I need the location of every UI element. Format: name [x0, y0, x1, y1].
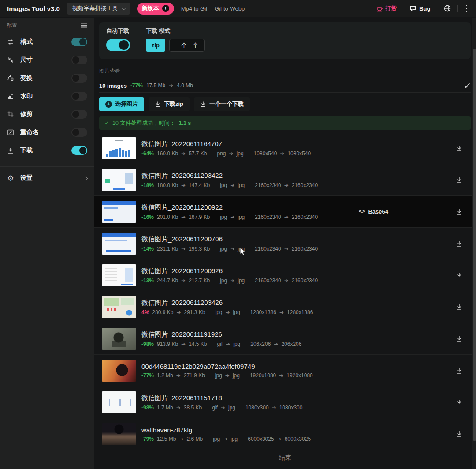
file-name: 微信图片_20220611191926 — [141, 330, 301, 339]
arrow-icon: ➔ — [274, 341, 278, 347]
download-file-icon[interactable] — [456, 335, 463, 342]
file-row[interactable]: 微信图片_20220611191926 -98% 913.9 Kb ➔ 14.5… — [94, 323, 476, 355]
file-thumbnail[interactable] — [102, 201, 136, 223]
clear-all-icon[interactable] — [463, 82, 471, 90]
arrow-icon: ➔ — [226, 341, 230, 347]
file-row[interactable]: 00d4468119e12b029a072aa4fef09749 -77% 1.… — [94, 355, 476, 386]
download-file-icon[interactable] — [456, 240, 463, 247]
arrow-icon: ➔ — [230, 246, 234, 252]
file-stats: -98% 1.7 Mb ➔ 38.5 Kb gif ➔ jpg 1080x300… — [141, 405, 302, 411]
file-row[interactable]: wallhaven-z87klg -79% 12.5 Mb ➔ 2.6 Mb j… — [94, 418, 476, 450]
base64-button[interactable]: <> Base64 — [359, 208, 388, 215]
download-icon — [7, 146, 15, 154]
total-size-before: 17.5 Mb — [146, 83, 165, 89]
file-thumbnail[interactable] — [102, 296, 136, 318]
toggle[interactable] — [71, 74, 87, 83]
download-file-icon[interactable] — [456, 272, 463, 279]
mode-zip-button[interactable]: zip — [146, 39, 165, 52]
arrow-icon: ➔ — [179, 436, 183, 442]
file-stats: -98% 913.9 Kb ➔ 14.5 Kb gif ➔ jpg 206x20… — [141, 341, 301, 347]
toggle[interactable] — [71, 56, 87, 64]
total-percent: -77% — [130, 83, 143, 89]
scrollbar-thumb[interactable] — [473, 49, 476, 441]
divider — [0, 166, 94, 167]
file-row[interactable]: 微信图片_20220611200922 -16% 201.0 Kb ➔ 167.… — [94, 196, 476, 228]
image-count: 10 images — [99, 83, 127, 89]
tool-dropdown[interactable]: 视频字幕拼接工具 — [67, 3, 130, 15]
transform-icon — [7, 74, 15, 82]
download-one-by-one-button[interactable]: 一个一个下载 — [194, 97, 250, 111]
nav-mp4-to-gif[interactable]: Mp4 to Gif — [181, 5, 208, 12]
sidebar-item[interactable]: 水印 — [0, 87, 94, 105]
file-row[interactable]: 微信图片_20220611164707 -64% 160.0 Kb ➔ 57.7… — [94, 132, 476, 164]
file-format-before: jpg — [220, 182, 227, 188]
file-size-after: 2.6 Mb — [186, 436, 203, 442]
file-thumbnail[interactable] — [102, 137, 136, 159]
file-size-after: 167.9 Kb — [189, 214, 210, 220]
file-pct: -77% — [141, 372, 154, 379]
toggle[interactable] — [71, 38, 87, 46]
file-dim-before: 2160x2340 — [255, 246, 281, 252]
file-thumbnail[interactable] — [102, 233, 136, 255]
nav-gif-to-webp[interactable]: Gif to Webp — [215, 5, 245, 12]
file-row[interactable]: 微信图片_20220611203426 4% 280.9 Kb ➔ 291.3 … — [94, 291, 476, 323]
download-icon — [155, 101, 161, 107]
arrow-icon: ➔ — [181, 182, 186, 188]
file-thumbnail[interactable] — [102, 391, 136, 413]
file-row[interactable]: 微信图片_20220611200926 -13% 244.7 Kb ➔ 212.… — [94, 259, 476, 291]
donate-button[interactable]: 打赏 — [376, 4, 397, 12]
file-row[interactable]: 微信图片_20220611151718 -98% 1.7 Mb ➔ 38.5 K… — [94, 386, 476, 418]
sidebar-item[interactable]: 重命名 — [0, 123, 94, 141]
image-viewer-section-label: 图片查看 — [99, 68, 471, 79]
download-file-icon[interactable] — [456, 145, 463, 152]
file-thumbnail[interactable] — [102, 360, 136, 382]
file-thumbnail[interactable] — [102, 264, 136, 286]
toggle[interactable] — [71, 128, 87, 137]
more-menu-button[interactable] — [464, 3, 469, 14]
toggle[interactable] — [71, 92, 87, 101]
file-thumbnail[interactable] — [102, 328, 136, 350]
menu-collapse-icon[interactable] — [81, 23, 87, 28]
file-pct: -14% — [141, 246, 154, 252]
select-images-button[interactable]: + 选择图片 — [99, 97, 144, 111]
file-size-after: 14.5 Kb — [189, 341, 207, 347]
download-zip-button[interactable]: 下载zip — [149, 97, 190, 111]
file-format-before: jpg — [213, 436, 220, 442]
sidebar-section-title: 配置 — [7, 22, 17, 29]
auto-download-toggle[interactable] — [106, 39, 130, 51]
file-dim-after: 1280x1386 — [287, 309, 313, 315]
download-file-icon[interactable] — [456, 208, 463, 215]
sidebar-item[interactable]: 格式 — [0, 33, 94, 51]
success-banner: ✓ 10 文件处理成功，时间： 1.1 s — [99, 116, 471, 130]
file-size-before: 160.0 Kb — [157, 150, 178, 157]
arrow-icon: ➔ — [181, 150, 186, 157]
sidebar-item[interactable]: 修剪 — [0, 105, 94, 123]
download-file-icon[interactable] — [456, 304, 463, 311]
file-thumbnail[interactable] — [102, 169, 136, 191]
globe-icon[interactable] — [443, 4, 451, 12]
file-thumbnail[interactable] — [102, 423, 136, 445]
resize-icon — [7, 56, 15, 64]
download-file-icon[interactable] — [456, 431, 463, 438]
sidebar-item[interactable]: 尺寸 — [0, 51, 94, 69]
toggle[interactable] — [71, 146, 87, 155]
file-format-before: gif — [212, 405, 218, 411]
header: Images Tool v3.0 视频字幕拼接工具 新版本 ! Mp4 to G… — [0, 0, 476, 17]
sidebar-item-settings[interactable]: ⚙ 设置 — [0, 169, 94, 188]
bug-button[interactable]: Bug — [409, 5, 430, 12]
mode-one-by-one-button[interactable]: 一个一个 — [169, 39, 205, 52]
file-row[interactable]: 微信图片_20220611203422 -18% 180.0 Kb ➔ 147.… — [94, 164, 476, 196]
file-size-after: 57.7 Kb — [189, 150, 207, 157]
new-version-button[interactable]: 新版本 ! — [137, 3, 174, 15]
toggle[interactable] — [71, 110, 87, 119]
download-file-icon[interactable] — [456, 367, 463, 374]
download-one-by-one-label: 一个一个下载 — [209, 100, 244, 108]
download-file-icon[interactable] — [456, 399, 463, 406]
sidebar-item[interactable]: 下载 — [0, 141, 94, 159]
file-row[interactable]: 微信图片_20220611200706 -14% 231.1 Kb ➔ 199.… — [94, 228, 476, 259]
sidebar-item[interactable]: 变换 — [0, 69, 94, 87]
file-dim-after: 2160x2340 — [292, 278, 318, 284]
file-size-after: 38.5 Kb — [184, 405, 202, 411]
arrow-icon: ➔ — [176, 309, 181, 315]
download-file-icon[interactable] — [456, 176, 463, 184]
